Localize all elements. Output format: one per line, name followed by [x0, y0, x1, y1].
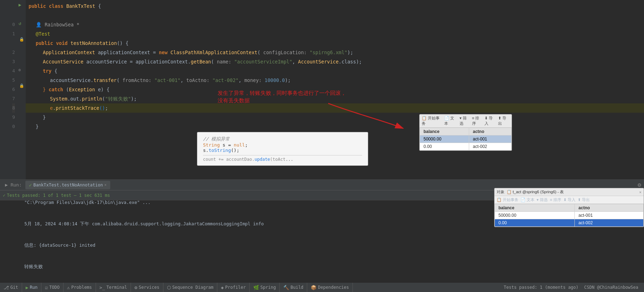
- chinese-line1: 发生了异常，转账失败，同时事务也进行了一个回滚，: [218, 89, 346, 97]
- db-popup1-toolbar: 📋 开始事务 📄 文本 ▾ 筛选 ≡ 排序 ⬇ 导入 ⬆ 导出: [420, 114, 512, 128]
- db-title-label: 📋 t_act @spring6 (Spring6) - 表: [507, 189, 564, 195]
- db-row-2-2[interactable]: 0.00 act-002: [495, 219, 644, 227]
- terminal-icon: >_: [100, 285, 105, 290]
- db-row-1-2[interactable]: 0.00 act-002: [420, 143, 512, 150]
- dependencies-icon: 📦: [311, 285, 316, 290]
- status-seq-label: Sequence Diagram: [172, 285, 214, 290]
- spring-icon: 🌿: [253, 285, 259, 290]
- code-line-annotation: @Test: [26, 29, 644, 39]
- status-services-label: Services: [139, 285, 159, 290]
- balance-val-1-1: 50000.00: [420, 135, 469, 143]
- db-row-2-1[interactable]: 50000.00 act-001: [495, 212, 644, 219]
- status-todo[interactable]: ☑ TODO: [41, 283, 64, 292]
- popup-more-line: count += accountDao.update(toAct...: [203, 155, 362, 162]
- db-table-1: balance actno 50000.00 act-001 0.00 act-…: [420, 128, 512, 150]
- actno-val-1-1: act-001: [469, 135, 512, 143]
- run-tab-label: BankTxTest.testNoAnnotation: [33, 183, 103, 188]
- popup-comment: // 模拟异常: [203, 136, 362, 142]
- status-bottom-text: Tests passed: 1 (moments ago): [504, 285, 584, 290]
- run-status-icon: ▶: [26, 285, 29, 290]
- status-problems[interactable]: ⚠ Problems: [64, 283, 96, 292]
- status-terminal[interactable]: >_ Terminal: [96, 283, 131, 292]
- db2-text[interactable]: 📄 文本: [521, 197, 534, 203]
- problems-icon: ⚠: [67, 285, 70, 290]
- status-spring[interactable]: 🌿 Spring: [250, 283, 280, 292]
- console-line-3: 信息: {dataSource-1} inited: [3, 235, 641, 256]
- run-tab-icon: ✓: [29, 182, 32, 188]
- status-bar: ⎇ Git ▶ Run ☑ TODO ⚠ Problems >_ Termina…: [0, 283, 644, 292]
- db-text-1[interactable]: 📄 文本: [444, 116, 457, 126]
- status-spring-label: Spring: [260, 285, 276, 290]
- db-start-tx-1[interactable]: 📋 开始事务: [422, 116, 442, 126]
- status-terminal-label: Terminal: [106, 285, 127, 290]
- db-close-btn[interactable]: ×: [639, 190, 642, 194]
- code-line-close1: }: [26, 113, 644, 122]
- gear-settings[interactable]: ⚙: [638, 181, 641, 188]
- status-problems-label: Problems: [71, 285, 92, 290]
- db-popup2-toolbar: 📋 开始事务 📄 文本 ▾ 筛选 ≡ 排序 ⬇ 导入 ⬆ 导出: [495, 196, 644, 204]
- status-git[interactable]: ⎇ Git: [0, 283, 22, 292]
- code-line-3: AccountService accountService = applicat…: [26, 57, 644, 66]
- db-sort-1[interactable]: ≡ 排序: [472, 116, 482, 126]
- col-balance-1: balance: [420, 128, 469, 135]
- status-profiler-label: Profiler: [225, 285, 246, 290]
- actno-val-1-2: act-002: [469, 143, 512, 150]
- db-import-1[interactable]: ⬇ 导入: [485, 116, 496, 126]
- db-popup2-header: 对象 📋 t_act @spring6 (Spring6) - 表 ×: [495, 188, 644, 196]
- db2-sort[interactable]: ≡ 排序: [550, 197, 561, 203]
- seq-diagram-icon: ⬡: [167, 285, 171, 290]
- run-tab-close[interactable]: ×: [104, 183, 106, 187]
- code-line-class: public class BankTxTest {: [26, 1, 644, 11]
- chinese-annotation: 发生了异常，转账失败，同时事务也进行了一个回滚， 没有丢失数据: [218, 89, 346, 104]
- git-icon: ⎇: [4, 285, 9, 290]
- status-seq-diagram[interactable]: ⬡ Sequence Diagram: [163, 283, 218, 292]
- status-build-label: Build: [290, 285, 303, 290]
- col-actno-2: actno: [575, 204, 644, 212]
- run-gutter-icon2[interactable]: ↺: [19, 19, 21, 28]
- run-gutter-icon[interactable]: ▶: [19, 0, 21, 9]
- chinese-line2: 没有丢失数据: [218, 97, 346, 104]
- balance-val-1-2: 0.00: [420, 143, 469, 150]
- db-table-2: balance actno 50000.00 act-001 0.00 act-…: [495, 204, 644, 227]
- console-line-4: 转账失败: [3, 256, 641, 277]
- breakpoint-icon[interactable]: ◎: [19, 65, 21, 74]
- popup-line1: String s = null;: [203, 142, 362, 148]
- code-line-close2: }: [26, 122, 644, 131]
- build-icon: 🔨: [283, 285, 289, 290]
- db-row-1-1[interactable]: 50000.00 act-001: [420, 135, 512, 143]
- code-line-2: ApplicationContext applicationContext = …: [26, 48, 644, 57]
- status-dependencies-label: Dependencies: [318, 285, 349, 290]
- status-dependencies[interactable]: 📦 Dependencies: [307, 283, 353, 292]
- watermark: CSDN @ChinaRainbowSea: [584, 285, 644, 290]
- db2-import[interactable]: ⬇ 导入: [563, 197, 575, 203]
- status-profiler[interactable]: ◈ Profiler: [217, 283, 250, 292]
- popup-line2: s.toString();: [203, 148, 362, 153]
- services-icon: ⚙: [135, 285, 137, 290]
- actno-val-2-1: act-001: [575, 212, 644, 219]
- db2-export[interactable]: ⬆ 导出: [578, 197, 590, 203]
- profiler-icon: ◈: [221, 285, 224, 290]
- col-actno-1: actno: [469, 128, 512, 135]
- db2-filter[interactable]: ▾ 筛选: [537, 197, 548, 203]
- actno-val-2-2: act-002: [575, 219, 644, 227]
- code-line-method: public void testNoAnnotation() {: [26, 39, 644, 48]
- code-popup: // 模拟异常 String s = null; s.toString(); c…: [197, 132, 368, 166]
- status-build[interactable]: 🔨 Build: [280, 283, 307, 292]
- db2-start-tx[interactable]: 📋 开始事务: [497, 197, 518, 203]
- status-git-label: Git: [10, 285, 18, 290]
- db-export-1[interactable]: ⬆ 导出: [498, 116, 509, 126]
- status-run[interactable]: ▶ Run: [22, 283, 42, 292]
- db-object-label: 对象: [497, 189, 504, 195]
- db-filter-1[interactable]: ▾ 筛选: [460, 116, 470, 126]
- run-tab-active[interactable]: ✓ BankTxTest.testNoAnnotation ×: [25, 181, 110, 189]
- code-line-try: try {: [26, 66, 644, 76]
- todo-icon: ☑: [45, 285, 48, 290]
- balance-val-2-1: 50000.00: [495, 212, 575, 219]
- code-line-blank: [26, 11, 644, 20]
- code-line-transfer: accountService.transfer( fromActno: "act…: [26, 76, 644, 85]
- console-line-5: java.lang.NullPointerException : Cannot …: [3, 277, 641, 283]
- code-line-author: 👤 RainbowSea *: [26, 20, 644, 29]
- status-run-label: Run: [30, 285, 38, 290]
- status-services[interactable]: ⚙ Services: [131, 283, 163, 292]
- col-balance-2: balance: [495, 204, 575, 212]
